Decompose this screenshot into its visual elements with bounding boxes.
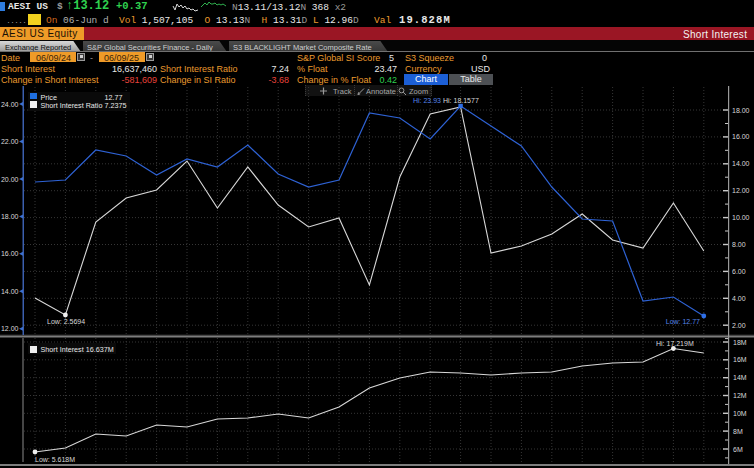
svg-text:Low: 5.618M: Low: 5.618M — [35, 456, 75, 463]
svg-text:6.00: 6.00 — [732, 268, 746, 275]
svg-text:Low: 12.77: Low: 12.77 — [666, 318, 700, 325]
svg-text:Hi: 23.93: Hi: 23.93 — [413, 97, 441, 104]
svg-text:16M: 16M — [733, 356, 747, 363]
svg-text:8.00: 8.00 — [732, 241, 746, 248]
svg-text:16.00: 16.00 — [1, 250, 19, 257]
svg-text:6M: 6M — [733, 446, 743, 453]
svg-text:24.00: 24.00 — [1, 101, 19, 108]
svg-text:18.00: 18.00 — [732, 107, 750, 114]
svg-text:10.00: 10.00 — [732, 214, 750, 221]
svg-text:4.00: 4.00 — [732, 295, 746, 302]
svg-text:12.00: 12.00 — [732, 187, 750, 194]
svg-text:18.00: 18.00 — [1, 213, 19, 220]
svg-text:16.00: 16.00 — [732, 133, 750, 140]
svg-text:12M: 12M — [733, 392, 747, 399]
svg-text:Hi: 18.1577: Hi: 18.1577 — [443, 97, 479, 104]
svg-text:22.00: 22.00 — [1, 138, 19, 145]
svg-text:2.00: 2.00 — [732, 322, 746, 329]
svg-text:14.00: 14.00 — [1, 288, 19, 295]
svg-text:14.00: 14.00 — [732, 160, 750, 167]
svg-text:Hi: 17.219M: Hi: 17.219M — [656, 340, 694, 347]
svg-text:8M: 8M — [733, 428, 743, 435]
svg-text:18M: 18M — [733, 339, 747, 346]
svg-text:14M: 14M — [733, 374, 747, 381]
svg-text:12.00: 12.00 — [1, 325, 19, 332]
svg-text:10M: 10M — [733, 410, 747, 417]
svg-text:20.00: 20.00 — [1, 176, 19, 183]
svg-text:Low: 2.5694: Low: 2.5694 — [47, 318, 85, 325]
